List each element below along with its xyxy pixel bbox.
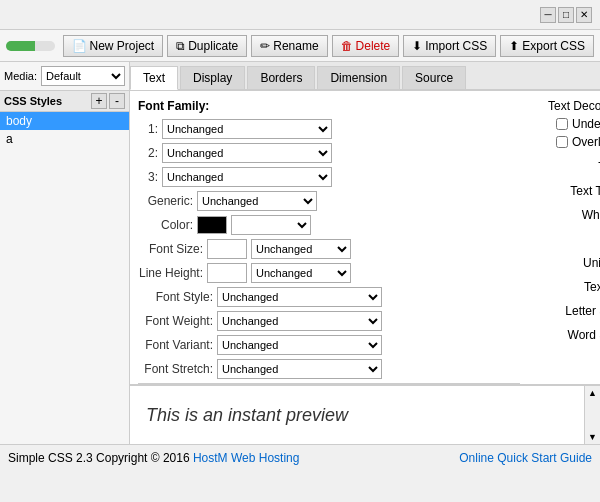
- rename-button[interactable]: ✏ Rename: [251, 35, 327, 57]
- minimize-button[interactable]: ─: [540, 7, 556, 23]
- text-decoration-checks-row2: Overline Blink: [556, 135, 600, 149]
- text-indent-label: Text Indent:: [548, 280, 600, 294]
- font-stretch-select[interactable]: Unchanged: [217, 359, 382, 379]
- close-button[interactable]: ✕: [576, 7, 592, 23]
- text-decoration-row: Text Decoration: None: [548, 99, 600, 113]
- tab-content-text: Font Family: 1: Unchanged 2: Unchanged: [130, 91, 600, 384]
- add-style-button[interactable]: +: [91, 93, 107, 109]
- font-size-input[interactable]: [207, 239, 247, 259]
- tab-text[interactable]: Text: [130, 66, 178, 90]
- font-style-select[interactable]: Unchanged: [217, 287, 382, 307]
- duplicate-icon: ⧉: [176, 39, 185, 53]
- color-swatch[interactable]: [197, 216, 227, 234]
- titlebar: ─ □ ✕: [0, 0, 600, 30]
- font-weight-select[interactable]: Unchanged: [217, 311, 382, 331]
- toolbar: 📄 New Project ⧉ Duplicate ✏ Rename 🗑 Del…: [0, 30, 600, 62]
- unicode-bidi-label: Unicode-bidi:: [548, 256, 600, 270]
- css-styles-buttons: + -: [91, 93, 125, 109]
- font-family-2-select[interactable]: Unchanged: [162, 143, 332, 163]
- preview-container: This is an instant preview ▲ ▼: [130, 384, 600, 444]
- rename-icon: ✏: [260, 39, 270, 53]
- text-align-label: Text Align:: [548, 160, 600, 174]
- font-size-label: Font Size:: [138, 242, 203, 256]
- text-transform-row: Text Transform: Unchanged: [548, 181, 600, 201]
- maximize-button[interactable]: □: [558, 7, 574, 23]
- line-height-unit-select[interactable]: Unchanged: [251, 263, 351, 283]
- direction-row: Direction: Unchanged: [548, 229, 600, 249]
- font-size-unit-select[interactable]: Unchanged: [251, 239, 351, 259]
- quick-start-link[interactable]: Online Quick Start Guide: [459, 451, 592, 465]
- color-label: Color:: [138, 218, 193, 232]
- main-layout: Media: Default CSS Styles + - body a Tex…: [0, 62, 600, 444]
- generic-row: Generic: Unchanged: [138, 191, 520, 211]
- direction-label: Direction:: [548, 232, 600, 246]
- letter-spacing-row: Letter Spacing: Unchanged: [548, 301, 600, 321]
- font-style-row: Font Style: Unchanged: [138, 287, 520, 307]
- font-variant-select[interactable]: Unchanged: [217, 335, 382, 355]
- media-row: Media: Default: [0, 62, 129, 91]
- tab-right-column: Text Decoration: None Underline Linethro…: [548, 99, 600, 384]
- font-size-row: Font Size: Unchanged: [138, 239, 520, 259]
- ff1-label: 1:: [138, 122, 158, 136]
- new-project-button[interactable]: 📄 New Project: [63, 35, 164, 57]
- underline-checkbox[interactable]: [556, 118, 568, 130]
- media-select[interactable]: Default: [41, 66, 125, 86]
- tab-display[interactable]: Display: [180, 66, 245, 89]
- color-row: Color:: [138, 215, 520, 235]
- preview-scrollbar[interactable]: ▲ ▼: [584, 386, 600, 444]
- font-stretch-label: Font Stretch:: [138, 362, 213, 376]
- font-variant-label: Font Variant:: [138, 338, 213, 352]
- color-type-select[interactable]: [231, 215, 311, 235]
- text-transform-label: Text Transform:: [548, 184, 600, 198]
- font-style-label: Font Style:: [138, 290, 213, 304]
- preview-area: This is an instant preview: [130, 386, 584, 444]
- export-css-button[interactable]: ⬆ Export CSS: [500, 35, 594, 57]
- scroll-down-icon[interactable]: ▼: [588, 432, 597, 442]
- import-icon: ⬇: [412, 39, 422, 53]
- line-height-input[interactable]: [207, 263, 247, 283]
- progress-bar: [6, 41, 55, 51]
- tab-source[interactable]: Source: [402, 66, 466, 89]
- white-space-row: White Space: Unchanged: [548, 205, 600, 225]
- new-project-icon: 📄: [72, 39, 87, 53]
- import-css-button[interactable]: ⬇ Import CSS: [403, 35, 496, 57]
- css-styles-header: CSS Styles + -: [0, 91, 129, 112]
- hostm-link[interactable]: HostM Web Hosting: [193, 451, 299, 465]
- scroll-up-icon[interactable]: ▲: [588, 388, 597, 398]
- overline-checkbox[interactable]: [556, 136, 568, 148]
- tab-dimension[interactable]: Dimension: [317, 66, 400, 89]
- css-list: body a: [0, 112, 129, 444]
- font-weight-label: Font Weight:: [138, 314, 213, 328]
- export-icon: ⬆: [509, 39, 519, 53]
- ff2-label: 2:: [138, 146, 158, 160]
- font-stretch-row: Font Stretch: Unchanged: [138, 359, 520, 379]
- white-space-label: White Space:: [548, 208, 600, 222]
- font-weight-row: Font Weight: Unchanged: [138, 311, 520, 331]
- font-family-3-select[interactable]: Unchanged: [162, 167, 332, 187]
- text-align-row: Text Align: Unchanged: [548, 157, 600, 177]
- duplicate-button[interactable]: ⧉ Duplicate: [167, 35, 247, 57]
- word-spacing-row: Word Spacing: Unchanged: [548, 325, 600, 345]
- remove-style-button[interactable]: -: [109, 93, 125, 109]
- footer-copyright: Simple CSS 2.3 Copyright © 2016 HostM We…: [8, 451, 299, 465]
- delete-icon: 🗑: [341, 39, 353, 53]
- progress-fill: [6, 41, 35, 51]
- css-item-body[interactable]: body: [0, 112, 129, 130]
- line-height-label: Line Height:: [138, 266, 203, 280]
- generic-label: Generic:: [138, 194, 193, 208]
- unicode-bidi-row: Unicode-bidi: Unchanged: [548, 253, 600, 273]
- font-family-1-row: 1: Unchanged: [138, 119, 520, 139]
- text-indent-row: Text Indent: Unchanged: [548, 277, 600, 297]
- font-variant-row: Font Variant: Unchanged: [138, 335, 520, 355]
- css-item-a[interactable]: a: [0, 130, 129, 148]
- ff3-label: 3:: [138, 170, 158, 184]
- generic-select[interactable]: Unchanged: [197, 191, 317, 211]
- font-family-2-row: 2: Unchanged: [138, 143, 520, 163]
- media-label: Media:: [4, 70, 37, 82]
- css-styles-title: CSS Styles: [4, 95, 62, 107]
- footer: Simple CSS 2.3 Copyright © 2016 HostM We…: [0, 444, 600, 470]
- font-family-1-select[interactable]: Unchanged: [162, 119, 332, 139]
- line-height-row: Line Height: Unchanged: [138, 263, 520, 283]
- delete-button[interactable]: 🗑 Delete: [332, 35, 400, 57]
- tab-borders[interactable]: Borders: [247, 66, 315, 89]
